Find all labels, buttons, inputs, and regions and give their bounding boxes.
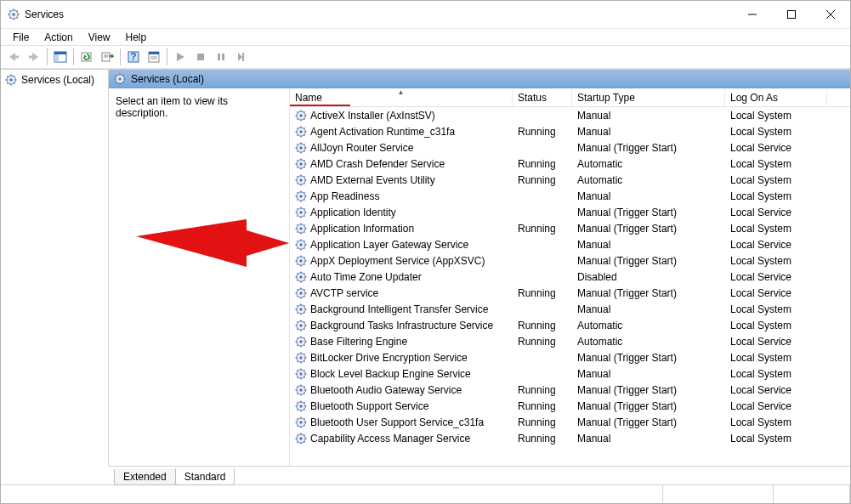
service-row[interactable]: Background Tasks Infrastructure ServiceR… (290, 317, 850, 333)
service-row[interactable]: Capability Access Manager ServiceRunning… (290, 430, 850, 446)
gear-icon (295, 142, 307, 154)
service-startup: Disabled (572, 271, 725, 283)
service-row[interactable]: Auto Time Zone UpdaterDisabledLocal Serv… (290, 269, 850, 285)
service-row[interactable]: AppX Deployment Service (AppXSVC)Manual … (290, 252, 850, 269)
service-logon: Local System (725, 368, 827, 380)
svg-rect-15 (29, 56, 33, 59)
toolbar-restart[interactable] (232, 48, 251, 66)
service-status: Running (513, 400, 572, 412)
service-startup: Manual (572, 190, 725, 202)
service-logon: Local Service (725, 400, 827, 412)
toolbar-pause[interactable] (212, 48, 230, 66)
service-name: Background Tasks Infrastructure Service (310, 320, 493, 331)
service-startup: Manual (572, 239, 725, 251)
toolbar-help[interactable]: ? (124, 48, 143, 66)
column-header-startup[interactable]: Startup Type (572, 89, 725, 106)
tab-standard[interactable]: Standard (175, 468, 235, 485)
service-startup: Manual (Trigger Start) (572, 384, 725, 396)
toolbar-show-hide-tree[interactable] (51, 48, 70, 66)
svg-rect-18 (54, 52, 66, 54)
menu-help[interactable]: Help (119, 30, 154, 45)
service-logon: Local System (725, 352, 827, 364)
titlebar: Services (1, 1, 850, 28)
service-status: Running (513, 287, 572, 299)
gear-icon (114, 73, 126, 85)
toolbar-separator (47, 48, 48, 65)
gear-icon (295, 384, 307, 396)
menu-action[interactable]: Action (37, 30, 79, 45)
menu-view[interactable]: View (82, 30, 117, 45)
service-row[interactable]: AVCTP serviceRunningManual (Trigger Star… (290, 285, 850, 301)
gear-icon (295, 207, 307, 218)
minimize-button[interactable] (733, 1, 772, 28)
service-logon: Local System (725, 223, 827, 235)
service-row[interactable]: Bluetooth Audio Gateway ServiceRunningMa… (290, 382, 850, 398)
service-name: AppX Deployment Service (AppXSVC) (310, 255, 485, 267)
details-pane: Services (Local) Select an item to view … (109, 70, 850, 466)
maximize-button[interactable] (772, 1, 811, 28)
column-header-name[interactable]: Name ▲ (290, 89, 513, 106)
column-label: Status (518, 92, 547, 104)
toolbar-separator (167, 48, 167, 65)
toolbar-export[interactable] (98, 48, 116, 66)
service-name: Block Level Backup Engine Service (310, 368, 471, 380)
service-logon: Local Service (725, 142, 827, 154)
service-row[interactable]: Bluetooth User Support Service_c31faRunn… (290, 414, 850, 430)
toolbar-properties[interactable] (145, 48, 163, 66)
close-button[interactable] (811, 1, 850, 28)
service-row[interactable]: BitLocker Drive Encryption ServiceManual… (290, 349, 850, 365)
nav-services-local[interactable]: Services (Local) (3, 73, 105, 87)
gear-icon (295, 400, 307, 412)
column-header-status[interactable]: Status (513, 89, 572, 106)
service-row[interactable]: Agent Activation Runtime_c31faRunningMan… (290, 123, 850, 139)
service-startup: Manual (Trigger Start) (572, 352, 725, 364)
service-status: Running (513, 126, 572, 138)
service-row[interactable]: AMD External Events UtilityRunningAutoma… (290, 172, 850, 188)
svg-rect-31 (222, 54, 224, 60)
toolbar-stop[interactable] (191, 48, 210, 66)
column-header-logon[interactable]: Log On As (725, 89, 827, 106)
toolbar-forward[interactable] (25, 48, 43, 66)
service-row[interactable]: Block Level Backup Engine ServiceManualL… (290, 365, 850, 382)
sort-ascending-icon: ▲ (398, 89, 405, 96)
gear-icon (295, 174, 307, 186)
menu-file[interactable]: File (6, 30, 36, 45)
service-row[interactable]: AMD Crash Defender ServiceRunningAutomat… (290, 156, 850, 172)
list-rows[interactable]: ActiveX Installer (AxInstSV)ManualLocal … (290, 107, 850, 466)
gear-icon (295, 126, 307, 138)
service-logon: Local System (725, 110, 827, 122)
gear-icon (295, 352, 307, 364)
view-tabs: Extended Standard (109, 466, 850, 484)
service-row[interactable]: App ReadinessManualLocal System (290, 188, 850, 204)
toolbar-start[interactable] (171, 48, 190, 66)
service-logon: Local System (725, 320, 827, 331)
toolbar-refresh[interactable] (77, 48, 96, 66)
service-row[interactable]: AllJoyn Router ServiceManual (Trigger St… (290, 139, 850, 156)
service-row[interactable]: ActiveX Installer (AxInstSV)ManualLocal … (290, 107, 850, 123)
toolbar-back[interactable] (4, 48, 23, 66)
gear-icon (295, 239, 307, 251)
gear-icon (295, 271, 307, 283)
service-logon: Local System (725, 190, 827, 202)
service-logon: Local Service (725, 271, 827, 283)
service-name: App Readiness (310, 190, 379, 202)
gear-icon (295, 368, 307, 380)
service-row[interactable]: Application Layer Gateway ServiceManualL… (290, 236, 850, 252)
service-name: Application Information (310, 223, 414, 235)
service-status: Running (513, 384, 572, 396)
gear-icon (295, 287, 307, 299)
service-row[interactable]: Application InformationRunningManual (Tr… (290, 220, 850, 236)
service-row[interactable]: Background Intelligent Transfer ServiceM… (290, 301, 850, 317)
service-row[interactable]: Base Filtering EngineRunningAutomaticLoc… (290, 333, 850, 349)
service-logon: Local Service (725, 239, 827, 251)
tab-extended[interactable]: Extended (114, 469, 176, 485)
service-row[interactable]: Application IdentityManual (Trigger Star… (290, 204, 850, 220)
service-startup: Manual (Trigger Start) (572, 400, 725, 412)
service-status: Running (513, 416, 572, 428)
service-name: Background Intelligent Transfer Service (310, 303, 488, 315)
service-logon: Local System (725, 433, 827, 445)
column-label: Startup Type (577, 92, 635, 104)
gear-icon (295, 158, 307, 170)
service-row[interactable]: Bluetooth Support ServiceRunningManual (… (290, 398, 850, 414)
gear-icon (295, 110, 307, 122)
